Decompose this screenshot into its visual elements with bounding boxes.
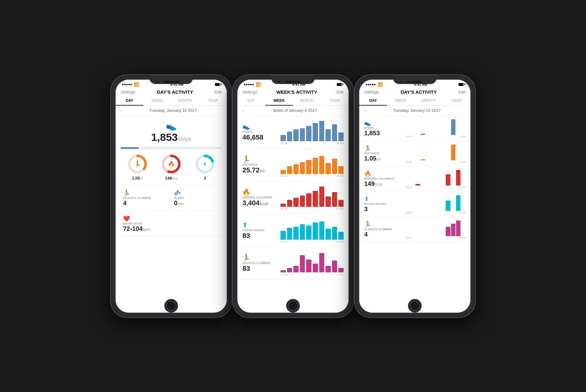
tab-week-3[interactable]: WEEK [387, 96, 415, 105]
phone-3-power[interactable] [475, 113, 476, 128]
week-distance-chart: 04 Jan 10 Jan [281, 152, 344, 177]
calories-chart-labels: 04 Jan 10 Jan [281, 207, 344, 210]
tab-week-1[interactable]: WEEK [143, 96, 171, 105]
week-flights-row: 🏃 FLIGHTS CLIMBED 83 [237, 247, 349, 280]
day-distance-bars [405, 145, 465, 160]
day-stand-bars [405, 195, 465, 211]
phone-3-screen: ●●●●● 📶 9:41 AM Settings DAY'S ACTIVITY … [359, 80, 470, 313]
day-steps-icon: 👟 [364, 120, 402, 127]
phone-1-vol-down[interactable] [110, 120, 111, 130]
day-flights-left: 🏃 FLIGHTS CLIMBED 4 [364, 221, 402, 238]
phone-2-date-nav: ‹ Week of January 4 2017 [237, 106, 349, 116]
phone-1-settings[interactable]: Settings [121, 90, 135, 94]
phone-1: ●●●●● 📶 9:41 AM Settings DAY'S ACTIVITY … [110, 74, 232, 318]
phone-3-time: 9:41 AM [414, 82, 427, 86]
day-flights-label: FLIGHTS CLIMBED [364, 228, 402, 231]
tab-year-3[interactable]: YEAR [443, 96, 470, 105]
distance-chart-labels: 04 Jan 10 Jan [281, 175, 344, 177]
week-steps-chart: 04 Jan 10 Jan [281, 120, 344, 145]
tab-day-2[interactable]: DAY [237, 96, 265, 105]
phone-3-home[interactable] [408, 299, 422, 313]
week-calories-left: 🔥 BURNED CALORIES 3,404kcal [242, 188, 277, 207]
phone-2: ●●●●● 📶 9:41 AM Settings WEEK'S ACTIVITY… [232, 74, 354, 318]
flights-label: FLIGHTS CLIMBED [123, 196, 168, 200]
phone-2-vol-down[interactable] [232, 120, 233, 130]
phone-1-edit[interactable]: Edit [215, 90, 222, 94]
tab-month-3[interactable]: MONTH [415, 96, 443, 105]
heart-icon: ❤️ [123, 215, 219, 222]
day-steps-label: STEPS [364, 127, 402, 130]
phone-2-edit[interactable]: Edit [337, 90, 344, 94]
phone-3: ●●●●● 📶 9:41 AM Settings DAY'S ACTIVITY … [354, 74, 476, 318]
phone-1-prev[interactable]: ‹ [121, 108, 122, 113]
day-calories-value: 149kcal [364, 180, 402, 187]
ring-calories-icon: 🔥 [168, 161, 175, 167]
phone-3-content[interactable]: 👟 STEPS 1,853 [359, 116, 470, 313]
week-distance-left: 🏃 DISTANCE 25.72mi [242, 156, 277, 174]
day-steps-chart: 12 AM 12 AM [405, 119, 465, 138]
phone-2-settings[interactable]: Settings [242, 90, 257, 94]
flights-cell: 🏃 FLIGHTS CLIMBED 4 [121, 186, 171, 211]
tab-month-2[interactable]: MONTH [293, 96, 321, 105]
day-calories-row: 🔥 BURNED CALORIES 149kcal [359, 166, 470, 192]
steps-progress-bar [121, 147, 222, 149]
phone-3-vol-up[interactable] [354, 107, 355, 117]
phone-1-title: DAY'S ACTIVITY [157, 89, 193, 95]
metrics-grid: 🏃 FLIGHTS CLIMBED 4 💤 SLEEP 0min ❤️ [121, 186, 222, 236]
week-steps-left: 👟 STEPS 46,658 [242, 123, 277, 141]
phone-3-edit[interactable]: Edit [459, 90, 465, 94]
week-stand-row: ⬆ STAND HOURS 83 [237, 214, 349, 247]
signal-dots: ●●●●● [122, 82, 132, 86]
tab-year-2[interactable]: YEAR [321, 96, 349, 105]
phone-1-nav: Settings DAY'S ACTIVITY Edit [116, 88, 227, 96]
day-flights-chart: 12 AM 12 AM [405, 220, 465, 239]
day-steps-bars [405, 119, 465, 135]
phone-1-vol-up[interactable] [110, 107, 111, 117]
tab-week-2[interactable]: WEEK [265, 96, 293, 105]
ring-distance-icon: 🏃 [134, 161, 141, 167]
phone-2-vol-up[interactable] [232, 107, 233, 117]
phone-1-content[interactable]: 👟 1,853steps [116, 116, 227, 313]
phone-2-content[interactable]: 👟 STEPS 46,658 [237, 116, 349, 313]
week-calories-label: BURNED CALORIES [242, 196, 277, 199]
day-distance-row: 🏃 DISTANCE 1.05mi [359, 141, 470, 166]
phone-3-speaker [407, 81, 423, 83]
day-calories-label: BURNED CALORIES [364, 177, 402, 180]
tab-day-1[interactable]: DAY [116, 96, 143, 105]
phone-1-home[interactable] [164, 299, 178, 313]
phone-2-mute[interactable] [232, 98, 233, 104]
phone-2-nav: Settings WEEK'S ACTIVITY Edit [237, 88, 349, 96]
phone-2-frame: ●●●●● 📶 9:41 AM Settings WEEK'S ACTIVITY… [232, 74, 354, 318]
day-flights-value: 4 [364, 231, 402, 238]
day-distance-value: 1.05mi [364, 155, 402, 162]
week-stand-label: STAND HOURS [242, 229, 277, 232]
day-flights-icon: 🏃 [364, 221, 402, 228]
week-calories-row: 🔥 BURNED CALORIES 3,404kcal [237, 181, 349, 214]
phone-1-battery [215, 83, 221, 86]
phone-1-tabs: DAY WEEK MONTH YEAR [116, 96, 227, 106]
phone-2-date: Week of January 4 2017 [246, 108, 344, 113]
phone-2-home[interactable] [286, 299, 300, 313]
phone-3-settings[interactable]: Settings [364, 90, 379, 94]
phone-2-prev[interactable]: ‹ [242, 108, 244, 113]
phone-3-prev[interactable]: ‹ [364, 108, 366, 113]
day-steps-left: 👟 STEPS 1,853 [364, 120, 402, 137]
steps-label-start: 04 Jan [281, 142, 288, 145]
phone-1-mute[interactable] [110, 98, 111, 104]
phone-3-vol-down[interactable] [354, 120, 355, 130]
phone-3-mute[interactable] [354, 98, 355, 104]
tab-month-1[interactable]: MONTH [171, 96, 199, 105]
day-steps-labels: 12 AM 12 AM [405, 136, 465, 138]
day-calories-icon: 🔥 [364, 170, 402, 177]
ring-calories-circle: 🔥 [161, 154, 181, 174]
steps-section: 👟 1,853steps [121, 121, 222, 143]
week-calories-value: 3,404kcal [242, 199, 277, 207]
day-distance-left: 🏃 DISTANCE 1.05mi [364, 145, 402, 162]
tab-year-1[interactable]: YEAR [199, 96, 227, 105]
day-stand-labels: 12 AM 12 AM [405, 211, 465, 214]
signal-dots-2: ●●●●● [244, 82, 254, 86]
tab-day-3[interactable]: DAY [359, 96, 387, 105]
phone-3-nav: Settings DAY'S ACTIVITY Edit [359, 88, 470, 96]
rings-row: 🏃 1.05mi [121, 154, 222, 181]
day-detail-metrics: 👟 STEPS 1,853 [359, 116, 470, 242]
